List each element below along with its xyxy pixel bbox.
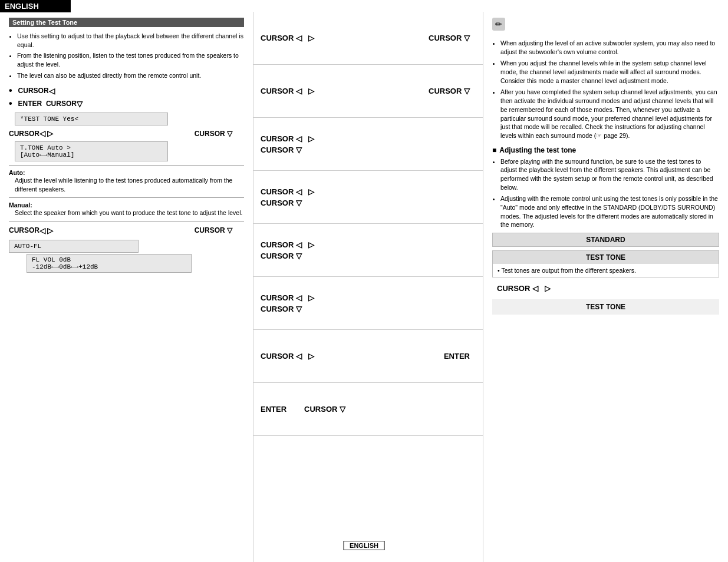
test-tone-box: TEST TONE • Test tones are output from t… [492, 250, 719, 277]
lcd-vol: FL VOL 0dB -12dB←→0dB←→+12dB [27, 254, 192, 273]
mid-row-6: CURSOR ◁ ▷ CURSOR ▽ [253, 277, 483, 330]
rc-cursor-row: CURSOR ◁ ▷ [492, 281, 719, 296]
mid-cursor-8-right: CURSOR ▽ [304, 405, 345, 414]
note-3: After you have completed the system setu… [500, 88, 719, 140]
mid-cursor-2-right: CURSOR ▽ [429, 87, 470, 95]
adjusting-bullets: Before playing with the surround functio… [492, 157, 719, 230]
lcd-display-1: *TEST TONE Yes< [15, 113, 168, 125]
middle-column: CURSOR ◁ ▷ CURSOR ▽ CURSOR ◁ ▷ CURSOR ▽ … [253, 12, 483, 562]
note-icon: ✏ [492, 18, 505, 31]
mid-row-3: CURSOR ◁ ▷ CURSOR ▽ [253, 118, 483, 171]
section-title: Setting the Test Tone [9, 18, 244, 27]
bullet-dot-2: • [9, 98, 12, 109]
auto-label: Auto: [9, 169, 244, 176]
bullet-dot-1: • [9, 85, 12, 96]
mid-row-8: ENTER CURSOR ▽ [253, 383, 483, 436]
mid-cursor-5-down: CURSOR ▽ [261, 252, 302, 260]
final-test-tone: TEST TONE [492, 299, 719, 315]
note-1: When adjusting the level of an active su… [500, 39, 719, 56]
lcd-line-1: *TEST TONE Yes< [20, 115, 163, 123]
mid-row-7: CURSOR ◁ ▷ ENTER [253, 330, 483, 383]
manual-desc: Select the speaker from which you want t… [15, 209, 244, 217]
mid-row-4: CURSOR ◁ ▷ CURSOR ▽ [253, 171, 483, 224]
cursor-row-2: • ENTER CURSOR ▽ [9, 98, 244, 109]
cursor-label-3l: CURSOR [9, 130, 39, 138]
mid-cursor-6-down: CURSOR ▽ [261, 305, 302, 313]
mid-enter-7: ENTER [444, 352, 470, 361]
lang-bottom-label: ENGLISH [343, 541, 385, 550]
mid-cursor-6-label: CURSOR ◁ ▷ [261, 293, 314, 302]
auto-desc: Adjust the level while listening to the … [15, 176, 244, 193]
cursor-label-1: CURSOR [18, 87, 49, 95]
tri-down-1: ▽ [77, 100, 83, 108]
cursor-down-3: CURSOR ▽ [195, 130, 232, 138]
lcd-display-2: T.TONE Auto > [Auto←→Manual] [15, 141, 168, 161]
mid-enter-8: ENTER [261, 405, 286, 414]
mid-row-1: CURSOR ◁ ▷ CURSOR ▽ [253, 12, 483, 65]
tri-right-3: ▷ [47, 129, 53, 138]
cursor-label-4l: CURSOR [9, 226, 39, 234]
note-2: When you adjust the channel levels while… [500, 59, 719, 85]
standard-box: STANDARD [492, 233, 719, 247]
manual-section: Manual: Select the speaker from which yo… [9, 201, 244, 217]
adj-bullet-1: Before playing with the surround functio… [500, 157, 719, 192]
cursor-row-3: CURSOR ◁ ▷ CURSOR ▽ [9, 129, 244, 138]
mid-cursor-4-label: CURSOR ◁ ▷ [261, 187, 314, 196]
tri-right-4: ▷ [47, 226, 53, 235]
lcd-line-2a: T.TONE Auto > [20, 144, 163, 151]
tri-left-3: ◁ [39, 129, 45, 138]
mid-cursor-3-label: CURSOR ◁ ▷ [261, 134, 314, 143]
right-column: ✏ When adjusting the level of an active … [483, 12, 728, 562]
lcd-line-2b: [Auto←→Manual] [20, 151, 163, 158]
mid-row-5: CURSOR ◁ ▷ CURSOR ▽ [253, 224, 483, 277]
mid-cursor-4-down: CURSOR ▽ [261, 199, 302, 207]
left-column: Setting the Test Tone Use this setting t… [0, 12, 253, 562]
mid-cursor-3-down: CURSOR ▽ [261, 146, 302, 154]
manual-label: Manual: [9, 201, 244, 209]
mid-cursor-2-label: CURSOR ◁ ▷ [261, 87, 314, 95]
mid-cursor-7-label: CURSOR ◁ ▷ [261, 352, 314, 361]
cursor-down-4: CURSOR ▽ [195, 226, 232, 234]
notes-list: When adjusting the level of an active su… [492, 39, 719, 140]
test-tone-header: TEST TONE [493, 251, 719, 264]
divider-1 [9, 165, 244, 166]
cursor-label-2: CURSOR [46, 100, 77, 108]
auto-section: Auto: Adjust the level while listening t… [9, 169, 244, 193]
rc-tri-left: ◁ [532, 284, 538, 293]
adj-bullet-2: Adjusting with the remote control unit u… [500, 194, 719, 229]
lcd-auto-fl: AUTO-FL [9, 240, 139, 253]
language-label: ENGLISH [0, 0, 71, 12]
bullet-3: The level can also be adjusted directly … [17, 71, 244, 80]
divider-2 [9, 197, 244, 198]
standard-header: STANDARD [493, 233, 719, 246]
divider-3 [9, 221, 244, 222]
rc-tri-right: ▷ [545, 284, 551, 293]
bullet-1: Use this setting to adjust to that the p… [17, 32, 244, 49]
cursor-row-4: CURSOR ◁ ▷ CURSOR ▽ [9, 226, 244, 235]
mid-row-2: CURSOR ◁ ▷ CURSOR ▽ [253, 65, 483, 118]
bullet-2: From the listening position, listen to t… [17, 51, 244, 68]
test-tone-body: • Test tones are output from the differe… [493, 264, 719, 277]
cursor-row-1: • CURSOR ◁ [9, 85, 244, 96]
rc-cursor-label: CURSOR [497, 284, 530, 293]
mid-cursor-1-right: CURSOR ▽ [429, 34, 470, 42]
adjusting-heading: Adjusting the test tone [492, 146, 719, 154]
enter-label-1: ENTER [18, 100, 42, 108]
tri-left-1: ◁ [49, 87, 55, 95]
mid-cursor-1-label: CURSOR ◁ ▷ [261, 34, 314, 42]
mid-cursor-5-label: CURSOR ◁ ▷ [261, 240, 314, 249]
setting-bullets: Use this setting to adjust to that the p… [9, 32, 244, 80]
tri-left-4: ◁ [39, 226, 45, 235]
